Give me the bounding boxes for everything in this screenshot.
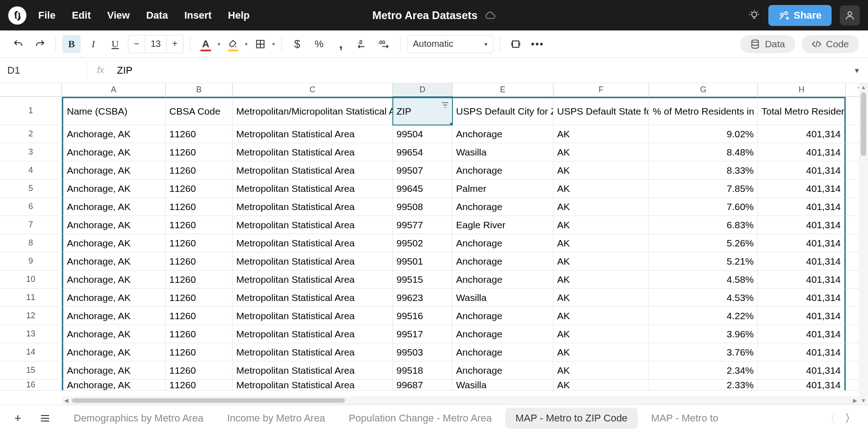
select-all-corner[interactable] xyxy=(0,83,62,97)
filter-icon[interactable] xyxy=(441,101,449,109)
formula-input[interactable]: ZIP xyxy=(114,65,845,76)
cell[interactable]: 99507 xyxy=(393,161,452,180)
cell[interactable]: 11260 xyxy=(166,198,233,216)
header-cell[interactable]: CBSA Code xyxy=(166,97,233,125)
menu-help[interactable]: Help xyxy=(228,10,250,21)
column-header-B[interactable]: B xyxy=(166,83,233,97)
menu-edit[interactable]: Edit xyxy=(72,10,91,21)
currency-button[interactable]: $ xyxy=(288,35,306,53)
menu-insert[interactable]: Insert xyxy=(184,10,212,21)
cell[interactable]: 401,314 xyxy=(758,180,846,198)
cell[interactable]: 11260 xyxy=(166,325,233,343)
underline-button[interactable]: U xyxy=(106,35,124,53)
comma-button[interactable]: , xyxy=(332,35,350,53)
cell[interactable]: 99645 xyxy=(393,180,452,198)
cell[interactable]: 9.02% xyxy=(649,125,758,143)
cell[interactable]: 401,314 xyxy=(758,289,846,307)
cell[interactable]: Anchorage, AK xyxy=(62,252,166,271)
cell[interactable]: Eagle River xyxy=(452,216,553,234)
header-cell[interactable]: Metropolitan/Micropolitan Statistical Ar… xyxy=(233,97,393,125)
cell[interactable]: Anchorage, AK xyxy=(62,180,166,198)
cell[interactable]: Anchorage xyxy=(452,307,553,325)
cell[interactable]: Anchorage xyxy=(452,361,553,380)
cell[interactable]: Anchorage xyxy=(452,343,553,361)
cell[interactable]: 7.60% xyxy=(649,198,758,216)
column-header-D[interactable]: D xyxy=(393,83,452,97)
cell[interactable]: 11260 xyxy=(166,143,233,161)
cell[interactable]: 11260 xyxy=(166,271,233,289)
cell[interactable]: Metropolitan Statistical Area xyxy=(233,361,393,380)
row-header-1[interactable]: 1 xyxy=(0,97,62,125)
cloud-sync-icon[interactable] xyxy=(484,10,496,21)
cell[interactable]: 11260 xyxy=(166,216,233,234)
cell[interactable]: Metropolitan Statistical Area xyxy=(233,125,393,143)
share-button[interactable]: Share xyxy=(768,5,832,26)
cell[interactable]: Anchorage, AK xyxy=(62,325,166,343)
cell[interactable]: 5.21% xyxy=(649,252,758,271)
cell[interactable]: Anchorage, AK xyxy=(62,143,166,161)
cell[interactable]: AK xyxy=(553,343,649,361)
cell[interactable]: 11260 xyxy=(166,307,233,325)
cell[interactable]: Metropolitan Statistical Area xyxy=(233,216,393,234)
cell[interactable]: 401,314 xyxy=(758,125,846,143)
menu-file[interactable]: File xyxy=(38,10,56,21)
cell[interactable]: Anchorage, AK xyxy=(62,380,166,391)
column-header-G[interactable]: G xyxy=(649,83,758,97)
row-header-2[interactable]: 2 xyxy=(0,125,62,143)
expand-button[interactable] xyxy=(507,35,525,53)
cell[interactable]: 99502 xyxy=(393,234,452,252)
sheet-next-button[interactable]: 〉 xyxy=(842,410,859,427)
cell[interactable]: Anchorage xyxy=(452,325,553,343)
cell[interactable]: 401,314 xyxy=(758,361,846,380)
cell[interactable]: 401,314 xyxy=(758,198,846,216)
cell[interactable]: 11260 xyxy=(166,252,233,271)
cell[interactable]: Metropolitan Statistical Area xyxy=(233,143,393,161)
cell[interactable]: 401,314 xyxy=(758,252,846,271)
cell[interactable]: 11260 xyxy=(166,125,233,143)
cell[interactable]: Anchorage, AK xyxy=(62,125,166,143)
percent-button[interactable]: % xyxy=(310,35,328,53)
cell[interactable]: Anchorage xyxy=(452,125,553,143)
cell[interactable]: 99518 xyxy=(393,361,452,380)
cell[interactable]: Anchorage, AK xyxy=(62,289,166,307)
cell[interactable]: 11260 xyxy=(166,180,233,198)
header-cell[interactable]: Name (CSBA) xyxy=(62,97,166,125)
cell[interactable]: 99504 xyxy=(393,125,452,143)
cell[interactable]: AK xyxy=(553,271,649,289)
cell[interactable]: AK xyxy=(553,380,649,391)
row-header-14[interactable]: 14 xyxy=(0,343,62,361)
cell[interactable]: 401,314 xyxy=(758,234,846,252)
cell[interactable]: 2.33% xyxy=(649,380,758,391)
cell[interactable]: 11260 xyxy=(166,380,233,391)
cell[interactable]: Anchorage xyxy=(452,252,553,271)
cell-reference-input[interactable]: D1 xyxy=(0,65,86,76)
increase-decimal-button[interactable]: .00 xyxy=(376,35,394,53)
column-header-H[interactable]: H xyxy=(758,83,846,97)
cell[interactable]: Metropolitan Statistical Area xyxy=(233,325,393,343)
cell[interactable]: AK xyxy=(553,361,649,380)
app-logo[interactable] xyxy=(8,6,26,25)
cell[interactable]: 4.53% xyxy=(649,289,758,307)
cell[interactable]: AK xyxy=(553,252,649,271)
cell[interactable]: AK xyxy=(553,307,649,325)
header-cell[interactable]: USPS Default City for ZIP xyxy=(452,97,553,125)
column-header-F[interactable]: F xyxy=(553,83,649,97)
row-header-5[interactable]: 5 xyxy=(0,180,62,198)
cell[interactable]: AK xyxy=(553,198,649,216)
cell[interactable]: 11260 xyxy=(166,289,233,307)
cell[interactable]: 5.26% xyxy=(649,234,758,252)
row-header-6[interactable]: 6 xyxy=(0,198,62,216)
scroll-down-icon[interactable]: ▼ xyxy=(859,396,868,405)
chevron-down-icon[interactable]: ▾ xyxy=(245,41,248,47)
cell[interactable]: Wasilla xyxy=(452,380,553,391)
font-size-increase[interactable]: + xyxy=(167,35,183,53)
cell[interactable]: Metropolitan Statistical Area xyxy=(233,307,393,325)
header-cell[interactable]: % of Metro Residents in ZIP xyxy=(649,97,758,125)
selection-handle[interactable] xyxy=(450,123,452,125)
formula-expand-button[interactable]: ▾ xyxy=(845,65,868,75)
chevron-down-icon[interactable]: ▾ xyxy=(218,41,220,47)
vertical-scrollbar[interactable]: ▲ ▼ xyxy=(859,83,868,405)
cell[interactable]: 8.48% xyxy=(649,143,758,161)
cell[interactable]: AK xyxy=(553,125,649,143)
number-format-select[interactable]: Automatic ▾ xyxy=(407,35,493,53)
